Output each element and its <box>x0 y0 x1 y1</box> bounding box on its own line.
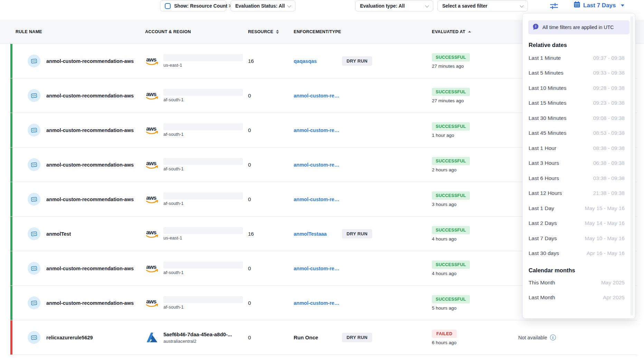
resource-count: 0 <box>248 182 294 216</box>
account-id-redacted <box>163 89 243 96</box>
svg-text:aws: aws <box>146 298 157 305</box>
run-type-badge: DRY RUN <box>342 229 372 238</box>
evaluation-status-select[interactable]: Evaluation Status: All <box>230 0 295 11</box>
resource-count: 0 <box>248 286 294 320</box>
status-badge: SUCCESSFUL <box>432 53 470 62</box>
date-option-last-45-minutes[interactable]: Last 45 Minutes08:53 - 09:38 <box>523 126 635 141</box>
date-option-last-1-day[interactable]: Last 1 DayMay 15 - May 16 <box>523 201 635 216</box>
date-option-last-30-minutes[interactable]: Last 30 Minutes09:08 - 09:38 <box>523 111 635 126</box>
account-id-redacted <box>163 158 243 165</box>
relative-dates-list: Last 1 Minute09:37 - 09:38Last 5 Minutes… <box>523 50 635 261</box>
rule-icon <box>28 193 40 206</box>
enforcement-name[interactable]: anmol-custom-recommen... <box>294 162 341 168</box>
enforcement-name[interactable]: anmol-custom-recommen... <box>294 128 341 133</box>
evaluated-time: 27 minutes ago <box>432 98 464 103</box>
sort-asc-icon[interactable] <box>468 31 471 32</box>
date-option-last-7-days[interactable]: Last 7 DaysMay 10 - May 16 <box>523 231 635 246</box>
sort-icon[interactable] <box>276 30 279 34</box>
date-option-last-1-hour[interactable]: Last 1 Hour08:38 - 09:38 <box>523 141 635 156</box>
status-badge: SUCCESSFUL <box>432 122 470 131</box>
enforcement-name[interactable]: anmol-custom-recommen... <box>294 197 341 202</box>
saved-filter-select[interactable]: Select a saved filter <box>437 0 528 11</box>
status-badge: SUCCESSFUL <box>432 191 470 200</box>
svg-text:aws: aws <box>146 56 157 63</box>
enforcement-name[interactable]: anmol-custom-recommen... <box>294 93 341 98</box>
rule-icon <box>28 262 40 275</box>
evaluated-time: 6 hours ago <box>432 340 456 345</box>
info-icon[interactable]: i <box>550 335 556 340</box>
rule-name: anmol-custom-recommendation-aws <box>46 58 134 64</box>
region-label: us-east-1 <box>163 235 243 241</box>
table-row[interactable]: relicxazurerule56295aef6b46-7daa-45ea-a8… <box>10 320 637 355</box>
date-option-last-1-minute[interactable]: Last 1 Minute09:37 - 09:38 <box>523 50 635 66</box>
evaluation-type-select[interactable]: Evaluation type: All <box>355 0 433 11</box>
date-range-button[interactable]: Last 7 Days <box>574 1 624 10</box>
date-option-last-15-minutes[interactable]: Last 15 Minutes09:23 - 09:38 <box>523 96 635 111</box>
enforcement-name[interactable]: anmol-custom-recommen... <box>294 300 341 306</box>
account-id: 5aef6b46-7daa-45ea-a8d0-... <box>163 331 232 337</box>
show-filter-label: Show: Resource Count > 0 <box>174 3 236 9</box>
resource-count: 0 <box>248 78 294 113</box>
checkbox-unchecked[interactable] <box>165 3 171 9</box>
aws-logo-icon: aws <box>145 160 159 170</box>
date-option-label: Last 6 Hours <box>529 175 559 181</box>
date-option-last-2-days[interactable]: Last 2 DaysMay 14 - May 16 <box>523 216 635 231</box>
sliders-icon[interactable] <box>549 1 559 12</box>
date-option-last-5-minutes[interactable]: Last 5 Minutes09:33 - 09:38 <box>523 66 635 81</box>
date-option-last-month[interactable]: Last MonthApr 2025 <box>523 290 635 305</box>
date-option-label: Last 1 Day <box>529 205 554 211</box>
status-badge: SUCCESSFUL <box>432 295 470 303</box>
date-option-label: This Month <box>529 280 555 286</box>
column-evaluated-at[interactable]: EVALUATED AT <box>432 29 518 34</box>
account-id-redacted <box>163 192 243 199</box>
enforcement-name: Run Once <box>294 335 341 340</box>
date-option-label: Last 5 Minutes <box>529 70 564 76</box>
date-option-last-6-hours[interactable]: Last 6 Hours03:38 - 09:38 <box>523 171 635 186</box>
resource-count: 16 <box>248 44 294 78</box>
date-option-last-10-minutes[interactable]: Last 10 Minutes09:28 - 09:38 <box>523 81 635 96</box>
rule-name: anmol-custom-recommendation-aws <box>46 266 134 271</box>
date-option-label: Last 2 Days <box>529 220 557 226</box>
date-option-last-3-hours[interactable]: Last 3 Hours06:38 - 09:38 <box>523 156 635 171</box>
utc-notice-text: All time filters are applied in UTC <box>542 25 614 30</box>
rule-icon <box>28 158 40 171</box>
date-option-range: 08:53 - 09:38 <box>593 130 625 136</box>
rule-name: anmol-custom-recommendation-aws <box>46 128 134 133</box>
date-option-label: Last 12 Hours <box>529 190 562 196</box>
date-option-this-month[interactable]: This MonthMay 2025 <box>523 275 635 290</box>
date-option-range: 09:08 - 09:38 <box>593 115 625 121</box>
status-badge: SUCCESSFUL <box>432 261 470 269</box>
date-option-last-12-hours[interactable]: Last 12 Hours21:38 - 09:38 <box>523 186 635 201</box>
date-option-range: 06:38 - 09:38 <box>593 160 625 166</box>
date-option-range: Apr 16 - May 16 <box>587 250 625 256</box>
column-resource[interactable]: RESOURCE <box>248 29 294 34</box>
svg-text:aws: aws <box>146 91 157 97</box>
evaluated-time: 4 hours ago <box>432 271 456 276</box>
aws-logo-icon: aws <box>145 298 159 308</box>
show-resource-count-filter[interactable]: Show: Resource Count > 0 <box>160 0 226 11</box>
status-badge: SUCCESSFUL <box>432 157 470 165</box>
region-label: us-east-1 <box>163 63 243 68</box>
aws-logo-icon: aws <box>145 229 159 239</box>
date-option-range: Apr 2025 <box>603 294 625 301</box>
enforcement-name[interactable]: anmolTestaaa <box>294 231 341 237</box>
date-option-label: Last 1 Hour <box>529 145 556 151</box>
region-label: af-south-1 <box>163 270 243 275</box>
enforcement-name[interactable]: qaqasqas <box>294 58 341 64</box>
chevron-down-icon <box>520 3 523 7</box>
date-option-last-30-days[interactable]: Last 30 daysApr 16 - May 16 <box>523 246 635 261</box>
column-rule-name: RULE NAME <box>10 29 145 34</box>
date-option-range: May 2025 <box>601 280 625 286</box>
rule-name: anmolTest <box>46 231 71 237</box>
panel-scrollbar[interactable] <box>631 16 633 315</box>
enforcement-name[interactable]: anmol-custom-recommen... <box>294 266 341 271</box>
evaluation-status-label: Evaluation Status: All <box>235 3 285 9</box>
calendar-months-heading: Calendar months <box>529 267 635 274</box>
evaluated-time: 3 hours ago <box>432 202 456 207</box>
rule-name: anmol-custom-recommendation-aws <box>46 300 134 306</box>
evaluated-time: 2 hours ago <box>432 167 456 172</box>
region-label: af-south-1 <box>163 304 243 310</box>
date-option-label: Last 3 Hours <box>529 160 559 166</box>
evaluation-type-label: Evaluation type: All <box>360 3 405 9</box>
rule-icon <box>28 331 40 344</box>
